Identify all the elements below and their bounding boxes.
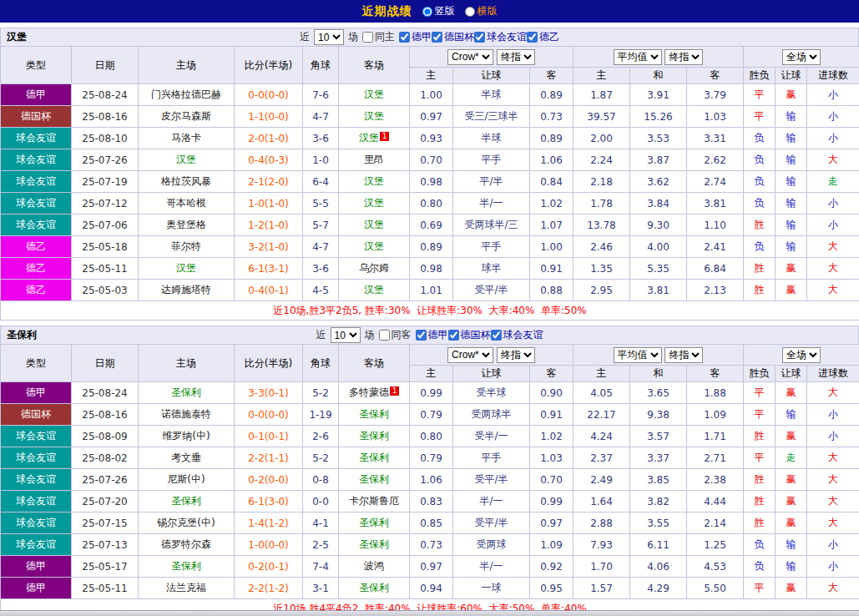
league-checkbox[interactable]: [448, 330, 459, 341]
away-team[interactable]: 汉堡1: [339, 128, 410, 149]
home-team-name[interactable]: 考文垂: [171, 452, 201, 463]
match-score[interactable]: 2-2(1-1): [235, 447, 303, 469]
away-team[interactable]: 汉堡: [339, 171, 410, 193]
league-checkbox[interactable]: [474, 32, 485, 43]
match-score[interactable]: 6-1(3-1): [235, 258, 303, 280]
away-team[interactable]: 圣保利: [339, 447, 410, 469]
odds-stage-select[interactable]: 终指: [497, 347, 535, 363]
home-team[interactable]: 圣保利: [139, 382, 235, 404]
home-team-name[interactable]: 诺德施泰特: [161, 408, 211, 420]
vertical-radio[interactable]: [422, 7, 432, 17]
match-score[interactable]: 1-1(0-0): [235, 106, 303, 128]
home-team-name[interactable]: 达姆施塔特: [161, 284, 211, 295]
home-team-name[interactable]: 哥本哈根: [166, 197, 206, 209]
home-team-name[interactable]: 圣保利: [171, 495, 201, 507]
away-team[interactable]: 波鸿: [339, 556, 410, 578]
match-score[interactable]: 1-0(1-0): [235, 193, 303, 215]
avg-select[interactable]: 平均值: [614, 347, 662, 363]
home-team-name[interactable]: 格拉茨风暴: [161, 175, 211, 187]
away-team-name[interactable]: 圣保利: [359, 517, 389, 528]
league-filter[interactable]: 球会友谊: [491, 328, 543, 342]
match-score[interactable]: 0-1(0-1): [235, 426, 303, 447]
away-team-name[interactable]: 里昂: [364, 154, 384, 165]
away-team-name[interactable]: 汉堡: [364, 110, 384, 122]
home-team-name[interactable]: 菲尔特: [171, 240, 201, 252]
match-score[interactable]: 2-1(2-0): [235, 171, 303, 193]
away-team[interactable]: 圣保利: [339, 578, 410, 599]
league-checkbox[interactable]: [416, 330, 427, 341]
league-filter[interactable]: 德乙: [527, 30, 559, 44]
layout-option-vertical[interactable]: 竖版: [422, 4, 455, 18]
away-team-name[interactable]: 汉堡: [364, 284, 384, 295]
same-venue-checkbox[interactable]: [379, 330, 390, 341]
league-checkbox[interactable]: [432, 32, 442, 43]
same-venue-filter[interactable]: 同客: [379, 328, 412, 342]
match-score[interactable]: 0-4(0-1): [235, 280, 303, 301]
away-team[interactable]: 圣保利: [339, 469, 410, 491]
away-team-name[interactable]: 卡尔斯鲁厄: [349, 495, 399, 507]
home-team[interactable]: 德罗特尔森: [139, 534, 235, 556]
home-team[interactable]: 维罗纳(中): [139, 426, 235, 447]
avg-select[interactable]: 平均值: [614, 49, 662, 65]
league-filter[interactable]: 德国杯: [432, 30, 474, 44]
home-team-name[interactable]: 法兰克福: [166, 582, 206, 593]
home-team[interactable]: 考文垂: [139, 447, 235, 469]
away-team[interactable]: 汉堡: [339, 84, 410, 106]
home-team-name[interactable]: 皮尔马森斯: [161, 110, 211, 122]
home-team-name[interactable]: 圣保利: [171, 560, 201, 572]
home-team-name[interactable]: 德罗特尔森: [161, 538, 211, 550]
home-team[interactable]: 诺德施泰特: [139, 404, 235, 426]
home-team-name[interactable]: 汉堡: [176, 262, 196, 274]
away-team-name[interactable]: 圣保利: [359, 430, 389, 442]
odds-stage-select[interactable]: 终指: [497, 49, 535, 65]
away-team-name[interactable]: 汉堡: [364, 219, 384, 230]
away-team-name[interactable]: 汉堡: [364, 88, 384, 100]
home-team-name[interactable]: 圣保利: [171, 386, 201, 398]
home-team[interactable]: 圣保利: [139, 556, 235, 578]
league-filter[interactable]: 德甲: [416, 328, 448, 342]
match-score[interactable]: 1-4(1-2): [235, 512, 303, 534]
odds-company-select[interactable]: Crow*: [447, 347, 493, 363]
away-team-name[interactable]: 多特蒙德: [349, 386, 389, 398]
home-team[interactable]: 圣保利: [139, 491, 235, 512]
home-team[interactable]: 汉堡: [139, 149, 235, 171]
home-team[interactable]: 门兴格拉德巴赫: [139, 84, 235, 106]
home-team[interactable]: 马洛卡: [139, 128, 235, 149]
league-checkbox[interactable]: [399, 32, 410, 43]
away-team-name[interactable]: 汉堡: [359, 132, 379, 144]
match-score[interactable]: 3-3(0-1): [235, 382, 303, 404]
league-checkbox[interactable]: [527, 32, 538, 43]
league-filter[interactable]: 德甲: [399, 30, 432, 44]
match-score[interactable]: 3-2(1-0): [235, 236, 303, 258]
league-checkbox[interactable]: [491, 330, 502, 341]
match-score[interactable]: 1-0(0-0): [235, 534, 303, 556]
away-team[interactable]: 汉堡: [339, 280, 410, 301]
league-filter[interactable]: 德国杯: [448, 328, 491, 342]
match-score[interactable]: 2-0(1-0): [235, 128, 303, 149]
match-count-select[interactable]: 10: [331, 327, 361, 343]
match-score[interactable]: 1-2(1-0): [235, 215, 303, 236]
match-score[interactable]: 0-4(0-3): [235, 149, 303, 171]
away-team[interactable]: 汉堡: [339, 193, 410, 215]
same-venue-filter[interactable]: 同主: [362, 30, 395, 44]
home-team-name[interactable]: 维罗纳(中): [162, 430, 210, 442]
away-team-name[interactable]: 圣保利: [359, 538, 389, 550]
match-score[interactable]: 6-1(3-0): [235, 491, 303, 512]
away-team-name[interactable]: 圣保利: [359, 473, 389, 485]
away-team-name[interactable]: 圣保利: [359, 582, 389, 593]
home-team[interactable]: 尼斯(中): [139, 469, 235, 491]
match-score[interactable]: 0-0(0-0): [235, 84, 303, 106]
home-team[interactable]: 奥登堡格: [139, 215, 235, 236]
match-score[interactable]: 0-2(0-0): [235, 469, 303, 491]
horizontal-scrollbar[interactable]: [0, 610, 859, 616]
match-count-select[interactable]: 10: [314, 29, 344, 45]
home-team[interactable]: 锡尔克堡(中): [139, 512, 235, 534]
away-team[interactable]: 圣保利: [339, 426, 410, 447]
away-team-name[interactable]: 汉堡: [364, 175, 384, 187]
home-team[interactable]: 达姆施塔特: [139, 280, 235, 301]
home-team-name[interactable]: 门兴格拉德巴赫: [151, 88, 221, 100]
away-team-name[interactable]: 圣保利: [359, 452, 389, 463]
home-team[interactable]: 汉堡: [139, 258, 235, 280]
odds-company-select[interactable]: Crow*: [447, 49, 493, 65]
home-team[interactable]: 哥本哈根: [139, 193, 235, 215]
